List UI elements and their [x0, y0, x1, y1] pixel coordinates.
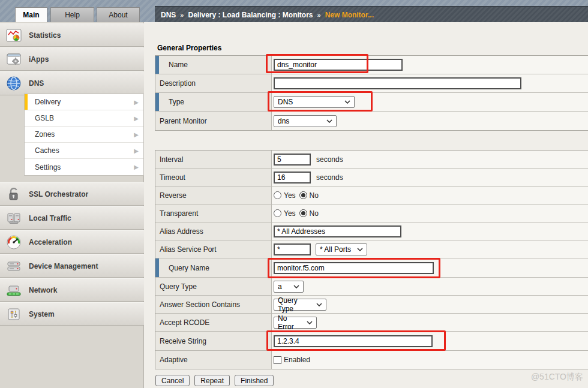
checkbox-label: Enabled — [284, 356, 310, 364]
row-value-cell: No Error — [272, 314, 588, 331]
accept-rcode-select[interactable]: No Error — [274, 317, 317, 329]
radio-label: Yes — [284, 209, 296, 218]
chevron-right-icon: ▶ — [134, 131, 139, 138]
chevron-right-icon: ▶ — [134, 115, 139, 122]
parent-monitor-select[interactable]: dns — [274, 115, 337, 127]
form-row-name: Name — [155, 56, 588, 74]
accept-rcode-select-value: No Error — [278, 314, 303, 331]
sidebar-item-ssl-orchestrator[interactable]: SSL Orchestrator — [0, 182, 144, 206]
row-value-cell: dns — [272, 112, 588, 130]
tab-about[interactable]: About — [97, 7, 140, 22]
chevron-right-icon: ▶ — [134, 99, 139, 106]
form-row-parent-monitor: Parent Monitor dns — [155, 112, 588, 130]
form-row-alias-service-port: Alias Service Port * All Ports — [155, 240, 588, 258]
active-marker — [25, 94, 28, 110]
sidebar-item-device-management[interactable]: Device Management — [0, 254, 144, 278]
main-content: General Properties Name Description — [145, 22, 588, 388]
sidebar-item-network[interactable]: Network — [0, 278, 144, 302]
row-label-cell: Answer Section Contains — [155, 296, 272, 313]
sidebar-item-iapps[interactable]: iApps — [0, 47, 144, 71]
transparent-no-radio[interactable] — [299, 209, 307, 217]
alias-port-select[interactable]: * All Ports — [316, 243, 367, 255]
form-row-reverse: Reverse Yes No — [155, 187, 588, 204]
network-icon — [6, 282, 22, 298]
reverse-yes-radio[interactable] — [274, 191, 281, 199]
breadcrumb-root[interactable]: DNS — [161, 11, 176, 19]
statistics-icon — [6, 28, 22, 43]
sidebar-subitem-settings[interactable]: Settings ▶ — [25, 159, 143, 175]
required-marker — [155, 56, 159, 74]
sidebar-subitem-gslb[interactable]: GSLB ▶ — [25, 110, 143, 127]
interval-input[interactable] — [274, 154, 311, 166]
form-row-accept-rcode: Accept RCODE No Error — [155, 314, 588, 332]
row-label: Answer Section Contains — [160, 300, 240, 309]
transparent-yes-radio[interactable] — [274, 209, 281, 217]
sidebar-item-label: SSL Orchestrator — [29, 190, 88, 198]
sidebar-item-local-traffic[interactable]: Local Traffic — [0, 206, 144, 230]
sidebar-item-label: DNS — [29, 79, 44, 88]
breadcrumb: DNS » Delivery : Load Balancing : Monito… — [155, 6, 588, 22]
footer-buttons: Cancel Repeat Finished — [155, 375, 274, 386]
interval-suffix: seconds — [316, 155, 343, 164]
type-select[interactable]: DNS — [274, 96, 355, 108]
row-label: Name — [169, 61, 188, 69]
finished-button[interactable]: Finished — [235, 375, 274, 386]
chevron-down-icon — [326, 119, 332, 123]
row-label-cell: Query Type — [155, 278, 272, 295]
subitem-label: GSLB — [35, 114, 54, 122]
row-value-cell: Enabled — [272, 351, 588, 369]
answer-section-select[interactable]: Query Type — [274, 299, 326, 311]
receive-string-input[interactable] — [274, 335, 433, 347]
sidebar-item-label: Network — [29, 286, 57, 294]
padlock-icon — [6, 187, 22, 202]
description-input[interactable] — [274, 77, 521, 89]
cancel-button[interactable]: Cancel — [155, 375, 190, 386]
sidebar-subitem-delivery[interactable]: Delivery ▶ — [25, 94, 143, 110]
query-name-input[interactable] — [274, 262, 434, 274]
iapps-icon — [6, 52, 22, 67]
form-row-transparent: Transparent Yes No — [155, 204, 588, 222]
configuration-table: Interval seconds Timeout seconds Reverse… — [155, 150, 588, 369]
subitem-label: Settings — [35, 163, 61, 172]
breadcrumb-path[interactable]: Delivery : Load Balancing : Monitors — [188, 11, 313, 19]
sidebar-item-label: System — [29, 310, 55, 318]
timeout-input[interactable] — [274, 172, 311, 184]
row-label-cell: Query Name — [155, 258, 272, 277]
alias-address-input[interactable] — [274, 225, 401, 237]
subitem-label: Delivery — [35, 98, 61, 106]
name-input[interactable] — [274, 59, 403, 71]
reverse-no-radio[interactable] — [299, 191, 307, 199]
row-label-cell: Timeout — [155, 169, 272, 186]
repeat-button[interactable]: Repeat — [194, 375, 230, 386]
answer-section-select-value: Query Type — [278, 296, 313, 313]
row-label-cell: Adaptive — [155, 351, 272, 369]
parent-monitor-select-value: dns — [278, 117, 289, 125]
sidebar-subitem-caches[interactable]: Caches ▶ — [25, 143, 143, 159]
sidebar-subitem-zones[interactable]: Zones ▶ — [25, 127, 143, 143]
row-value-cell: Query Type — [272, 296, 588, 313]
sidebar-item-label: iApps — [29, 55, 49, 64]
row-label-cell: Accept RCODE — [155, 314, 272, 331]
breadcrumb-separator-icon: » — [317, 11, 321, 19]
query-type-select[interactable]: a — [274, 281, 304, 293]
sidebar-item-dns[interactable]: DNS — [0, 71, 144, 95]
sidebar: Statistics iApps DNS Delivery ▶ GSLB — [0, 22, 144, 388]
tab-help[interactable]: Help — [50, 7, 94, 22]
row-label: Alias Address — [160, 227, 203, 236]
row-label: Parent Monitor — [160, 117, 207, 125]
row-label: Adaptive — [160, 356, 188, 364]
tab-main[interactable]: Main — [15, 7, 47, 22]
sidebar-item-statistics[interactable]: Statistics — [0, 23, 144, 47]
device-stack-icon — [6, 258, 22, 274]
row-label: Query Name — [169, 264, 209, 272]
sidebar-item-system[interactable]: System — [0, 302, 144, 326]
row-value-cell: seconds — [272, 169, 588, 186]
adaptive-checkbox[interactable] — [274, 356, 281, 364]
row-label: Type — [169, 98, 184, 106]
sidebar-item-acceleration[interactable]: Acceleration — [0, 230, 144, 254]
row-value-cell: Yes No — [272, 204, 588, 222]
row-label: Query Type — [160, 282, 197, 291]
sidebar-item-label: Statistics — [29, 31, 61, 40]
alias-port-input[interactable] — [274, 243, 311, 255]
chevron-right-icon: ▶ — [134, 164, 139, 170]
